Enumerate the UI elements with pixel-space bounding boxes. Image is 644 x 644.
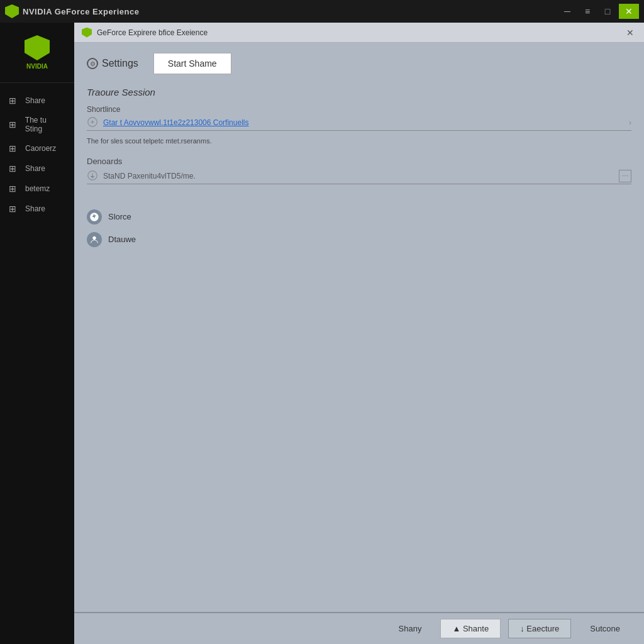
sidebar-brand: NVIDIA xyxy=(26,63,48,70)
footer-sutcone-button[interactable]: Sutcone xyxy=(579,619,631,638)
sidebar-item-label-settings: The tu Sting xyxy=(25,116,65,133)
taskbar-title: NVIDIA GeForce Experience xyxy=(23,7,139,16)
sidebar-item-label-share1: Share xyxy=(25,96,45,105)
start-shame-button[interactable]: Start Shame xyxy=(153,53,231,74)
dtauwe-icon xyxy=(87,232,102,247)
beta-icon: ⊞ xyxy=(9,184,20,194)
share2-icon: ⊞ xyxy=(9,164,20,174)
shortlince-label: Shortlince xyxy=(87,105,631,114)
sidebar: NVIDIA ⊞ Share ⊞ The tu Sting ⊞ Caoroerz… xyxy=(0,23,74,644)
window-close-button[interactable]: ✕ xyxy=(624,26,636,39)
settings-icon: ⊞ xyxy=(9,119,20,130)
extra-items: Slorce Dtauwe xyxy=(87,209,631,247)
controllers-icon: ⊞ xyxy=(9,143,20,153)
sidebar-item-share1[interactable]: ⊞ Share xyxy=(0,91,74,111)
trace-section: Traoure Session Shortlince › The for sle… xyxy=(87,87,631,194)
downloads-row: ⋯ xyxy=(87,170,631,184)
settings-label: Settings xyxy=(102,58,138,69)
sidebar-logo: NVIDIA xyxy=(0,30,74,83)
shortlince-row-icon xyxy=(87,116,99,129)
sidebar-item-share3[interactable]: ⊞ Share xyxy=(0,199,74,219)
shortlince-input[interactable] xyxy=(103,118,629,127)
taskbar-logo: NVIDIA GeForce Experience xyxy=(5,4,139,18)
nvidia-shield-icon xyxy=(5,4,19,18)
header-row: ⚙ Settings Start Shame xyxy=(87,53,631,74)
settings-icon-circle: ⚙ xyxy=(87,58,98,69)
sidebar-item-beta[interactable]: ⊞ betemz xyxy=(0,179,74,199)
sidebar-item-controllers[interactable]: ⊞ Caoroerz xyxy=(0,138,74,158)
share3-icon: ⊞ xyxy=(9,204,20,214)
sidebar-item-settings[interactable]: ⊞ The tu Sting xyxy=(0,111,74,138)
shortlince-arrow: › xyxy=(629,118,631,127)
taskbar-settings-button[interactable]: ≡ xyxy=(579,4,596,19)
taskbar-maximize-button[interactable]: □ xyxy=(599,4,616,19)
sidebar-nvidia-icon xyxy=(25,35,50,60)
share1-icon: ⊞ xyxy=(9,96,20,106)
downloads-label: Denoards xyxy=(87,157,631,166)
window-title-icon xyxy=(82,28,92,38)
sidebar-item-label-share3: Share xyxy=(25,204,45,213)
sidebar-item-label-controllers: Caoroerz xyxy=(25,144,56,153)
sidebar-item-label-share2: Share xyxy=(25,164,45,173)
dtauwe-label: Dtauwe xyxy=(108,235,136,244)
sidebar-item-label-beta: betemz xyxy=(25,184,50,193)
taskbar-close-button[interactable]: ✕ xyxy=(619,4,639,19)
extra-item-dtauwe[interactable]: Dtauwe xyxy=(87,232,631,247)
sidebar-item-share2[interactable]: ⊞ Share xyxy=(0,158,74,179)
taskbar-controls: ─ ≡ □ ✕ xyxy=(558,4,639,19)
footer-shante-button[interactable]: ▲ Shante xyxy=(440,619,501,638)
downloads-browse-button[interactable]: ⋯ xyxy=(619,170,631,182)
section-title: Traoure Session xyxy=(87,87,631,97)
footer-row: Shany ▲ Shante ↓ Eaecture Sutcone xyxy=(74,613,644,644)
settings-heading: ⚙ Settings xyxy=(87,58,138,69)
footer-eaecture-button[interactable]: ↓ Eaecture xyxy=(508,619,571,638)
window-titlebar: GeForce Expirere bfice Exeience ✕ xyxy=(74,23,644,43)
content-area: ⚙ Settings Start Shame Traoure Session S… xyxy=(74,43,644,612)
main-window: GeForce Expirere bfice Exeience ✕ ⚙ Sett… xyxy=(74,23,644,644)
window-title-text: GeForce Expirere bfice Exeience xyxy=(97,28,624,37)
footer-shany-button[interactable]: Shany xyxy=(387,619,433,638)
svg-point-2 xyxy=(92,236,96,239)
taskbar: NVIDIA GeForce Experience ─ ≡ □ ✕ xyxy=(0,0,644,23)
shortlince-field-row: › xyxy=(87,116,631,131)
extra-item-slorce[interactable]: Slorce xyxy=(87,209,631,225)
taskbar-minimize-button[interactable]: ─ xyxy=(558,4,576,19)
downloads-input[interactable] xyxy=(103,172,619,180)
field-help-text: The for sles scout telpetc mtet.rseranms… xyxy=(87,136,631,147)
slorce-icon xyxy=(87,209,102,225)
downloads-row-icon xyxy=(87,170,99,182)
slorce-label: Slorce xyxy=(108,212,131,221)
